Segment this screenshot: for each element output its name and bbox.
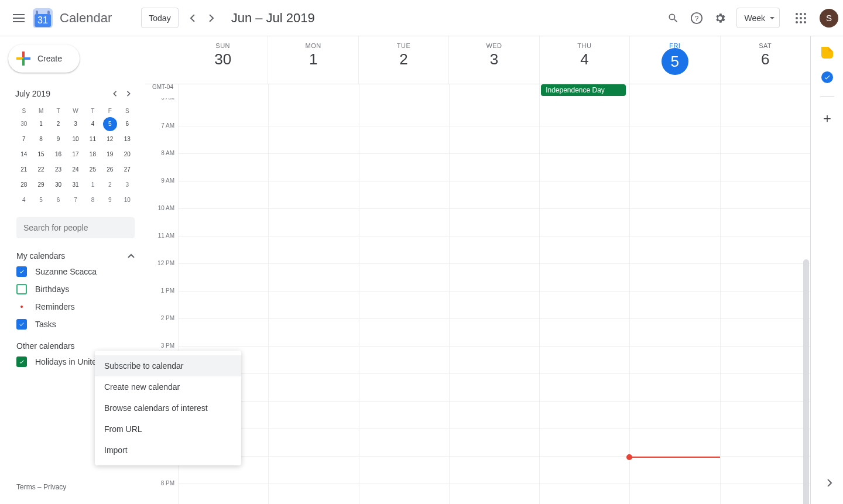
calendar-item[interactable]: Reminders: [6, 298, 145, 316]
time-cell[interactable]: [539, 236, 629, 263]
mini-day[interactable]: 5: [103, 117, 117, 131]
time-cell[interactable]: [268, 154, 358, 181]
time-cell[interactable]: [539, 319, 629, 346]
mini-day[interactable]: 20: [120, 148, 134, 162]
mini-day[interactable]: 13: [120, 132, 134, 146]
mini-day[interactable]: 17: [68, 148, 83, 162]
time-cell[interactable]: [178, 154, 268, 181]
time-cell[interactable]: [178, 181, 268, 208]
time-cell[interactable]: [178, 484, 268, 504]
mini-day[interactable]: 23: [52, 163, 66, 177]
terms-link[interactable]: Terms: [16, 483, 36, 491]
time-cell[interactable]: [629, 292, 719, 318]
time-cell[interactable]: [449, 457, 539, 484]
time-grid[interactable]: 6 AM7 AM8 AM9 AM10 AM11 AM12 PM1 PM2 PM3…: [145, 98, 810, 504]
hour-row[interactable]: 9 AM: [178, 181, 810, 208]
time-cell[interactable]: [359, 457, 449, 484]
time-cell[interactable]: [449, 429, 539, 456]
allday-cell[interactable]: [268, 84, 358, 98]
time-cell[interactable]: [539, 98, 629, 126]
time-cell[interactable]: [449, 209, 539, 236]
hour-row[interactable]: 3 PM: [178, 346, 810, 373]
time-cell[interactable]: [720, 236, 810, 263]
time-cell[interactable]: [359, 126, 449, 153]
mini-day[interactable]: 15: [34, 148, 48, 162]
google-apps-button[interactable]: [789, 6, 813, 30]
time-cell[interactable]: [539, 374, 629, 401]
calendar-checkbox[interactable]: [16, 356, 27, 367]
mini-day[interactable]: 25: [85, 163, 100, 177]
time-cell[interactable]: [720, 264, 810, 291]
day-number[interactable]: 2: [359, 50, 448, 68]
day-header[interactable]: FRI5: [629, 36, 719, 84]
time-cell[interactable]: [629, 154, 719, 181]
tasks-addon-button[interactable]: [820, 70, 834, 84]
mini-day[interactable]: 10: [120, 193, 134, 207]
menu-item-import[interactable]: Import: [95, 440, 241, 461]
time-cell[interactable]: [359, 98, 449, 126]
time-cell[interactable]: [359, 429, 449, 456]
mini-day[interactable]: 16: [52, 148, 66, 162]
day-header[interactable]: MON1: [268, 36, 358, 84]
calendar-item[interactable]: Tasks: [6, 316, 145, 333]
mini-day[interactable]: 3: [68, 117, 83, 131]
mini-day[interactable]: 4: [85, 117, 100, 131]
time-cell[interactable]: [539, 484, 629, 504]
time-cell[interactable]: [178, 292, 268, 318]
hour-row[interactable]: 6 PM: [178, 428, 810, 456]
help-button[interactable]: ?: [685, 6, 708, 30]
time-cell[interactable]: [720, 292, 810, 318]
mini-day[interactable]: 3: [120, 178, 134, 192]
time-cell[interactable]: [359, 402, 449, 428]
time-cell[interactable]: [178, 264, 268, 291]
main-menu-button[interactable]: [7, 6, 30, 30]
time-cell[interactable]: [720, 402, 810, 428]
mini-day[interactable]: 11: [85, 132, 100, 146]
mini-day[interactable]: 14: [17, 148, 31, 162]
time-cell[interactable]: [178, 126, 268, 153]
mini-day[interactable]: 4: [17, 193, 31, 207]
time-cell[interactable]: [359, 154, 449, 181]
hour-row[interactable]: 6 AM: [178, 98, 810, 126]
mini-day[interactable]: 29: [34, 178, 48, 192]
time-cell[interactable]: [629, 457, 719, 484]
mini-day[interactable]: 31: [68, 178, 83, 192]
mini-day[interactable]: 7: [68, 193, 83, 207]
hour-row[interactable]: 7 PM: [178, 456, 810, 484]
get-addons-button[interactable]: ＋: [821, 109, 834, 127]
hour-row[interactable]: 8 PM: [178, 484, 810, 504]
time-cell[interactable]: [720, 154, 810, 181]
time-cell[interactable]: [720, 319, 810, 346]
mini-day[interactable]: 6: [52, 193, 66, 207]
mini-day[interactable]: 7: [17, 132, 31, 146]
mini-day[interactable]: 18: [85, 148, 100, 162]
search-people-field[interactable]: [16, 217, 135, 238]
mini-day[interactable]: 8: [85, 193, 100, 207]
time-cell[interactable]: [539, 209, 629, 236]
time-cell[interactable]: [539, 402, 629, 428]
time-cell[interactable]: [359, 236, 449, 263]
hour-row[interactable]: 10 AM: [178, 208, 810, 236]
time-cell[interactable]: [268, 98, 358, 126]
time-cell[interactable]: [449, 484, 539, 504]
time-cell[interactable]: [629, 126, 719, 153]
account-avatar[interactable]: S: [820, 9, 838, 28]
time-cell[interactable]: [178, 209, 268, 236]
time-cell[interactable]: [449, 98, 539, 126]
time-cell[interactable]: [268, 319, 358, 346]
time-cell[interactable]: [720, 484, 810, 504]
day-header[interactable]: THU4: [539, 36, 629, 84]
allday-cell[interactable]: [449, 84, 539, 98]
time-cell[interactable]: [268, 236, 358, 263]
other-calendars-header[interactable]: Other calendars: [6, 333, 145, 353]
hour-row[interactable]: 12 PM: [178, 263, 810, 291]
day-number[interactable]: 6: [721, 50, 810, 68]
hour-row[interactable]: 8 AM: [178, 153, 810, 181]
time-cell[interactable]: [539, 292, 629, 318]
day-header[interactable]: TUE2: [358, 36, 448, 84]
allday-cell[interactable]: Independence Day: [539, 84, 629, 98]
search-button[interactable]: [662, 6, 685, 30]
prev-period-button[interactable]: [183, 9, 202, 28]
mini-day[interactable]: 12: [103, 132, 117, 146]
time-cell[interactable]: [449, 236, 539, 263]
